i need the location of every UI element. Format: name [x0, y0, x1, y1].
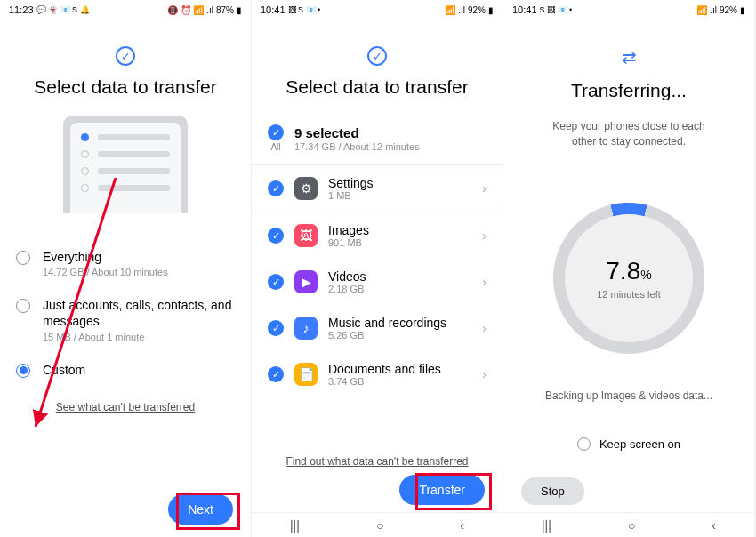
music-icon: ♪ — [294, 317, 318, 340]
status-bar: 10:41 🖼 S 📧 • 📶 .ıl 92% ▮ — [252, 0, 503, 20]
screen-transferring: 10:41 S 🖼 📧 • 📶 .ıl 92% ▮ ⇄ Transferring… — [503, 0, 755, 537]
radio-icon — [16, 364, 30, 378]
option-sub: 15 MB / About 1 minute — [43, 332, 235, 342]
checkmark-icon: ✓ — [268, 124, 284, 140]
chevron-right-icon: › — [482, 367, 487, 381]
status-time: 11:23 — [9, 4, 34, 15]
item-title: Documents and files — [328, 362, 471, 376]
list-item[interactable]: ✓ 🖼 Images 901 MB › — [252, 212, 503, 259]
item-size: 1 MB — [328, 190, 471, 201]
subtitle: Keep your phones close to each other to … — [523, 119, 735, 149]
transfer-arrows-icon: ⇄ — [503, 46, 754, 68]
screen-select-items: 10:41 🖼 S 📧 • 📶 .ıl 92% ▮ ✓ Select data … — [252, 0, 503, 537]
status-net-icons: 📵 ⏰ 📶 .ıl — [167, 5, 213, 15]
item-title: Videos — [328, 269, 471, 284]
link-cant-transfer[interactable]: See what can't be transferred — [0, 401, 251, 413]
checkmark-icon: ✓ — [268, 180, 284, 196]
images-icon: 🖼 — [294, 224, 318, 247]
page-title: Transferring... — [503, 80, 754, 101]
page-title: Select data to transfer — [0, 76, 251, 98]
chevron-right-icon: › — [482, 181, 487, 196]
status-time: 10:41 — [261, 4, 286, 15]
chevron-right-icon: › — [482, 321, 487, 335]
back-icon[interactable]: ‹ — [712, 518, 716, 533]
option-label: Just accounts, calls, contacts, and mess… — [43, 297, 235, 329]
selected-size: 17.34 GB / About 12 minutes — [294, 141, 420, 152]
status-battery: 87% — [216, 5, 234, 15]
status-time: 10:41 — [512, 4, 537, 15]
chevron-right-icon: › — [482, 228, 487, 243]
item-title: Music and recordings — [328, 316, 471, 330]
status-app-icons: 🖼 S 📧 • — [288, 5, 321, 14]
documents-icon: 📄 — [294, 363, 318, 386]
selected-count: 9 selected — [294, 125, 420, 140]
checkmark-icon: ✓ — [268, 366, 284, 382]
item-size: 901 MB — [328, 237, 471, 248]
keep-screen-on-toggle[interactable]: Keep screen on — [523, 437, 735, 451]
keep-screen-label: Keep screen on — [599, 437, 680, 451]
progress-ring: 7.8% 12 minutes left — [523, 203, 735, 354]
home-icon[interactable]: ○ — [376, 518, 383, 533]
select-all-row[interactable]: ✓ All 9 selected 17.34 GB / About 12 min… — [252, 116, 503, 165]
recent-apps-icon[interactable]: ||| — [290, 518, 300, 533]
status-net-icons: 📶 .ıl — [696, 5, 717, 15]
battery-icon: ▮ — [488, 5, 494, 15]
all-label: All — [270, 142, 280, 152]
battery-icon: ▮ — [237, 5, 242, 15]
recent-apps-icon[interactable]: ||| — [542, 518, 551, 533]
radio-icon — [16, 251, 30, 265]
screen-select-mode: 11:23 💬 👻 📧 S 🔔 📵 ⏰ 📶 .ıl 87% ▮ ✓ Select… — [0, 0, 252, 537]
illustration — [0, 116, 251, 231]
status-bar: 11:23 💬 👻 📧 S 🔔 📵 ⏰ 📶 .ıl 87% ▮ — [0, 0, 251, 20]
items-list: ✓ ⚙ Settings 1 MB › ✓ 🖼 Images 901 MB › … — [252, 165, 503, 452]
videos-icon: ▶ — [294, 270, 318, 293]
list-item[interactable]: ✓ ▶ Videos 2.18 GB › — [252, 259, 503, 305]
list-item[interactable]: ✓ ⚙ Settings 1 MB › — [252, 165, 503, 212]
status-bar: 10:41 S 🖼 📧 • 📶 .ıl 92% ▮ — [503, 0, 754, 20]
transfer-button[interactable]: Transfer — [399, 475, 485, 505]
stop-button[interactable]: Stop — [521, 477, 584, 505]
status-battery: 92% — [720, 5, 737, 15]
option-label: Everything — [43, 249, 235, 265]
header-check-icon: ✓ — [252, 46, 503, 66]
chevron-right-icon: › — [482, 275, 487, 289]
checkmark-icon: ✓ — [268, 320, 284, 336]
option-accounts[interactable]: Just accounts, calls, contacts, and mess… — [16, 297, 235, 341]
progress-eta: 12 minutes left — [597, 289, 661, 300]
item-title: Settings — [328, 176, 471, 190]
option-label: Custom — [43, 362, 235, 378]
page-title: Select data to transfer — [252, 76, 503, 98]
option-custom[interactable]: Custom — [16, 362, 235, 378]
back-icon[interactable]: ‹ — [460, 518, 464, 533]
header-check-icon: ✓ — [0, 46, 251, 66]
list-item[interactable]: ✓ ♪ Music and recordings 5.26 GB › — [252, 305, 503, 351]
status-battery: 92% — [468, 5, 486, 15]
list-item[interactable]: ✓ 📄 Documents and files 3.74 GB › — [252, 351, 503, 397]
status-text: Backing up Images & videos data... — [523, 389, 735, 402]
progress-percent: 7.8% — [606, 257, 651, 285]
settings-icon: ⚙ — [294, 177, 318, 200]
android-navbar: ||| ○ ‹ — [252, 512, 503, 537]
checkmark-icon: ✓ — [268, 228, 284, 244]
status-net-icons: 📶 .ıl — [445, 5, 465, 15]
android-navbar: ||| ○ ‹ — [503, 512, 754, 537]
home-icon[interactable]: ○ — [628, 518, 635, 533]
battery-icon: ▮ — [740, 5, 745, 15]
item-size: 5.26 GB — [328, 330, 471, 341]
option-everything[interactable]: Everything 14.72 GB / About 10 minutes — [16, 249, 235, 277]
status-app-icons: S 🖼 📧 • — [540, 5, 573, 14]
item-size: 2.18 GB — [328, 284, 471, 294]
next-button[interactable]: Next — [168, 494, 233, 525]
radio-icon — [16, 299, 30, 313]
checkmark-icon: ✓ — [268, 274, 284, 290]
item-size: 3.74 GB — [328, 376, 471, 387]
item-title: Images — [328, 223, 471, 237]
link-cant-transfer[interactable]: Find out what data can't be transferred — [252, 455, 503, 468]
option-sub: 14.72 GB / About 10 minutes — [43, 267, 235, 277]
status-app-icons: 💬 👻 📧 S 🔔 — [36, 5, 90, 14]
radio-icon — [577, 437, 591, 451]
